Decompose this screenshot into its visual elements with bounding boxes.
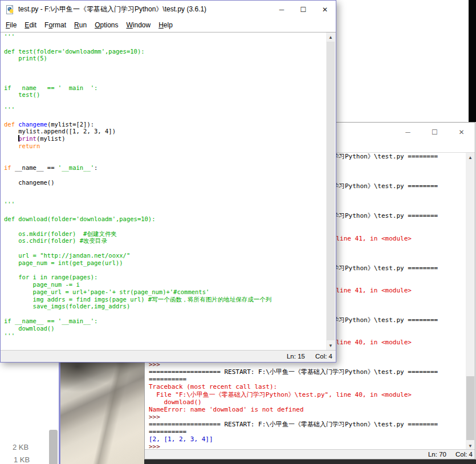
code-line: changeme() (4, 179, 327, 186)
code-line: def download(folder='downloadm',pages=10… (4, 215, 327, 223)
code-line: ''' (4, 33, 327, 40)
code-line: ''' (4, 201, 327, 208)
editor-statusbar: Ln: 15 Col: 4 (1, 350, 336, 362)
code-line: print(mylist) (4, 135, 327, 143)
code-line: dowmload() (4, 325, 327, 332)
minimize-button[interactable]: ─ (271, 6, 292, 14)
code-line: return (4, 143, 327, 150)
scroll-up-icon[interactable]: ▲ (326, 32, 335, 42)
shell-line-indicator: Ln: 70 (428, 451, 446, 458)
code-line: page_num -= i (4, 281, 327, 288)
text-caret (18, 135, 19, 141)
editor-scrollbar[interactable]: ▲ ▼ (326, 32, 336, 350)
shell-line: ========== (149, 376, 466, 383)
menu-item-window[interactable]: Window (123, 19, 155, 31)
code-line (4, 194, 327, 201)
code-line (4, 245, 327, 252)
code-line: ''' (4, 332, 327, 340)
code-line: os.mkdir(folder) #创建文件夹 (4, 230, 327, 238)
editor-window-controls: ─ ☐ ✕ (271, 6, 336, 14)
menu-item-edit[interactable]: Edit (21, 19, 40, 31)
taskbar-strip (144, 459, 476, 464)
code-line (4, 62, 327, 70)
idle-file-icon (6, 5, 15, 14)
close-button[interactable]: ✕ (448, 128, 475, 136)
code-line (4, 70, 327, 77)
code-line (4, 40, 327, 48)
editor-scrollbar-thumb[interactable] (327, 42, 335, 340)
editor-menubar: FileEditFormatRunOptionsWindowHelp (1, 18, 336, 32)
window-title: test.py - F:\小甲鱼一《零基础入门学习Python》\test.py… (18, 5, 206, 14)
code-line: page_num = int(get_page(url)) (4, 259, 327, 267)
code-line (4, 150, 327, 157)
shell-scrollbar-thumb[interactable] (466, 376, 474, 440)
shell-scrollbar[interactable]: ▲ ▼ (466, 153, 475, 450)
menu-item-format[interactable]: Format (40, 19, 70, 31)
shell-line: ========== (149, 428, 466, 435)
shell-window-controls: ─ ☐ ✕ (394, 128, 475, 136)
menu-item-options[interactable]: Options (91, 19, 122, 31)
code-line (4, 99, 327, 106)
code-line (4, 157, 327, 165)
scroll-down-icon[interactable]: ▼ (326, 341, 335, 350)
screen: 2 KB 1 KB ─ ☐ ✕ =================== REST… (0, 0, 476, 464)
shell-line: File "F:\小甲鱼一《零基础入门学习Python》\test.py", l… (149, 391, 466, 398)
file-size-label: 2 KB (13, 443, 29, 451)
code-line (4, 186, 327, 194)
shell-line: dowmload() (149, 398, 466, 406)
code-line (4, 77, 327, 84)
minimize-button[interactable]: ─ (394, 128, 421, 136)
code-line: os.chdir(folder) #改变目录 (4, 237, 327, 245)
code-line: def test(folder='downloadmm',pages=10): (4, 48, 327, 55)
code-line: if __name__ == '__main__': (4, 318, 327, 325)
shell-line: Traceback (most recent call last): (149, 383, 466, 390)
maximize-button[interactable]: ☐ (421, 128, 448, 136)
close-button[interactable]: ✕ (314, 6, 336, 14)
shell-line: >>> (149, 413, 466, 421)
code-line (4, 310, 327, 318)
menu-item-run[interactable]: Run (70, 19, 91, 31)
code-line (4, 267, 327, 274)
file-size-label: 1 KB (14, 455, 30, 464)
code-line: for i in range(pages): (4, 274, 327, 281)
background-dark-strip (469, 0, 476, 122)
menu-item-help[interactable]: Help (154, 19, 177, 31)
code-line: img_addrs = find_imgs(page_url) #写一个函数，将… (4, 296, 327, 303)
code-line (4, 223, 327, 230)
editor-titlebar[interactable]: test.py - F:\小甲鱼一《零基础入门学习Python》\test.py… (1, 1, 336, 18)
code-line: if __name__ == '__main__': (4, 164, 327, 172)
code-line (4, 172, 327, 179)
code-line: mylist.append([1, 2, 3, 4]) (4, 128, 327, 135)
code-line: page_url = url+'page-'+ str(page_num)+'#… (4, 288, 327, 296)
shell-col-indicator: Col: 4 (455, 451, 473, 458)
code-line: print(5) (4, 55, 327, 62)
code-line: def changeme(mylist=[2]): (4, 121, 327, 128)
editor-col-indicator: Col: 4 (315, 353, 332, 360)
editor-text-area[interactable]: ''' def test(folder='downloadmm',pages=1… (1, 32, 327, 350)
menu-item-file[interactable]: File (2, 19, 21, 31)
explorer-scrollbar-thumb[interactable] (49, 430, 58, 464)
code-line (4, 208, 327, 215)
shell-line: [2, [1, 2, 3, 4]] (149, 435, 466, 443)
code-line: test() (4, 91, 327, 99)
code-line: url = "http://jandan.net/ooxx/" (4, 252, 327, 259)
code-line (4, 113, 327, 121)
shell-line: =================== RESTART: F:\小甲鱼一《零基础… (149, 368, 466, 376)
maximize-button[interactable]: ☐ (292, 6, 314, 14)
fur-photo-preview (60, 363, 144, 464)
code-line: if __name__ == '__main__': (4, 84, 327, 92)
shell-line: NameError: name 'dowmload' is not define… (149, 406, 466, 413)
editor-window: test.py - F:\小甲鱼一《零基础入门学习Python》\test.py… (0, 0, 336, 363)
code-line: save_imgs(folder,img_addrs) (4, 303, 327, 310)
scroll-up-icon[interactable]: ▲ (466, 153, 475, 162)
shell-line: =================== RESTART: F:\小甲鱼一《零基础… (149, 421, 466, 428)
editor-line-indicator: Ln: 15 (287, 353, 305, 360)
shell-statusbar: Ln: 70 Col: 4 (145, 449, 475, 459)
code-line: ''' (4, 106, 327, 113)
